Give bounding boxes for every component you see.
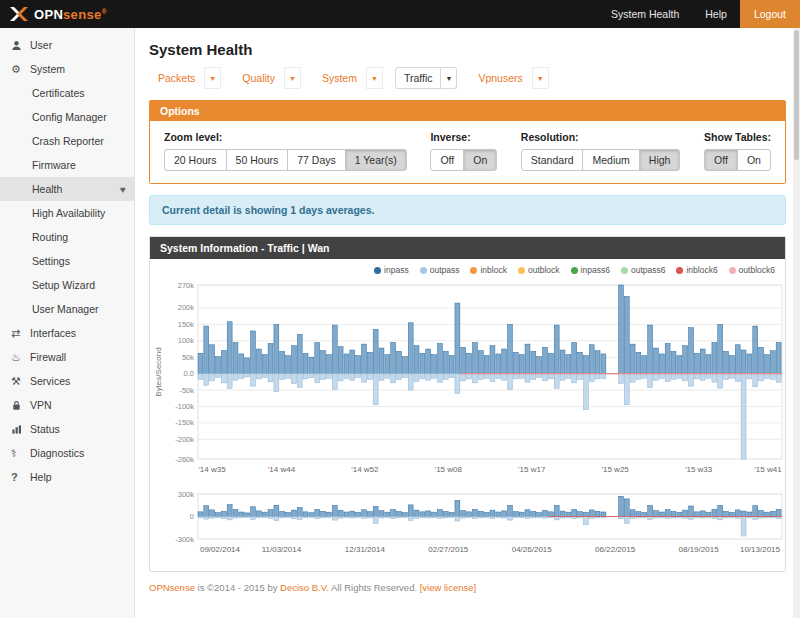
traffic-main-chart: 270k200k150k100k50k0.0-50k-100k-150k-200…	[150, 277, 786, 487]
logout-button[interactable]: Logout	[740, 0, 800, 28]
sidebar-item-setup-wizard[interactable]: Setup Wizard	[0, 273, 134, 297]
svg-text:02/27/2015: 02/27/2015	[428, 545, 469, 554]
legend-label: outpass	[430, 265, 460, 275]
sidebar-item-label: High Availability	[32, 207, 105, 219]
tab-quality-chevron-down-icon[interactable]: ▼	[284, 67, 301, 89]
legend-label: inblock6	[686, 265, 717, 275]
legend-label: inpass	[384, 265, 409, 275]
tab-packets-chevron-down-icon[interactable]: ▼	[204, 67, 221, 89]
zoom-level-77-days-button[interactable]: 77 Days	[287, 149, 346, 171]
tab-vpnusers-chevron-down-icon[interactable]: ▼	[532, 67, 549, 89]
sidebar-item-firmware[interactable]: Firmware	[0, 153, 134, 177]
legend-outpass6[interactable]: outpass6	[621, 265, 666, 275]
sidebar-item-user[interactable]: User	[0, 33, 134, 57]
zoom-level-50-hours-button[interactable]: 50 Hours	[226, 149, 289, 171]
sidebar-item-label: Status	[30, 423, 60, 435]
user-icon	[11, 40, 30, 51]
tab-packets[interactable]: Packets	[149, 67, 204, 89]
sidebar-item-label: Health	[32, 183, 62, 195]
sidebar-item-interfaces[interactable]: ⇄Interfaces	[0, 321, 134, 345]
tab-traffic-chevron-down-icon[interactable]: ▼	[441, 67, 457, 89]
sidebar-item-label: Firmware	[32, 159, 76, 171]
sidebar-item-crash-reporter[interactable]: Crash Reporter	[0, 129, 134, 153]
svg-text:0: 0	[190, 512, 194, 521]
option-group-zoom-level: Zoom level:20 Hours50 Hours77 Days1 Year…	[164, 131, 407, 171]
sidebar-item-label: Crash Reporter	[32, 135, 104, 147]
sidebar-item-routing[interactable]: Routing	[0, 225, 134, 249]
svg-text:150k: 150k	[178, 320, 195, 329]
inverse-off-button[interactable]: Off	[430, 149, 464, 171]
svg-text:12/31/2014: 12/31/2014	[345, 545, 386, 554]
outpass-swatch-icon	[420, 267, 427, 274]
sidebar-item-user-manager[interactable]: User Manager	[0, 297, 134, 321]
sidebar-item-label: Config Manager	[32, 111, 107, 123]
inpass-swatch-icon	[374, 267, 381, 274]
svg-text:'15 w17: '15 w17	[518, 465, 546, 474]
svg-text:'14 w35: '14 w35	[198, 465, 226, 474]
legend-outpass[interactable]: outpass	[420, 265, 460, 275]
tab-traffic[interactable]: Traffic	[395, 67, 442, 89]
resolution-standard-button[interactable]: Standard	[521, 149, 584, 171]
tab-system[interactable]: System	[313, 67, 366, 89]
options-panel: Options Zoom level:20 Hours50 Hours77 Da…	[149, 100, 786, 184]
tab-quality[interactable]: Quality	[233, 67, 284, 89]
svg-text:-300k: -300k	[175, 535, 194, 544]
inverse-on-button[interactable]: On	[463, 149, 497, 171]
sidebar-item-high-availability[interactable]: High Availability	[0, 201, 134, 225]
svg-text:'15 w41: '15 w41	[754, 465, 782, 474]
sidebar-item-vpn[interactable]: VPN	[0, 393, 134, 417]
footer-brand-link[interactable]: OPNsense	[149, 582, 195, 593]
resolution-medium-button[interactable]: Medium	[582, 149, 639, 171]
tab-vpnusers[interactable]: Vpnusers	[469, 67, 531, 89]
traffic-overview-chart: 300k0-300k09/02/201411/03/201412/31/2014…	[150, 489, 786, 565]
services-icon: ⚒	[11, 376, 30, 387]
page-title: System Health	[149, 41, 786, 58]
legend-outblock6[interactable]: outblock6	[729, 265, 775, 275]
legend-inpass[interactable]: inpass	[374, 265, 409, 275]
chart-body: inpassoutpassinblockoutblockinpass6outpa…	[150, 259, 785, 571]
page-scrollbar[interactable]	[793, 28, 800, 618]
sidebar-item-services[interactable]: ⚒Services	[0, 369, 134, 393]
zoom-level-1-year-s-button[interactable]: 1 Year(s)	[345, 149, 407, 171]
show-tables-on-button[interactable]: On	[737, 149, 771, 171]
svg-text:'15 w08: '15 w08	[435, 465, 463, 474]
heartbeat-icon: ♥	[120, 184, 126, 195]
resolution-high-button[interactable]: High	[639, 149, 681, 171]
topbar-system-health-link[interactable]: System Health	[598, 0, 692, 28]
sidebar-item-label: Services	[30, 375, 70, 387]
main-content: System Health Packets▼Quality▼System▼Tra…	[135, 28, 800, 618]
svg-text:'15 w33: '15 w33	[685, 465, 713, 474]
diagnostics-icon: ⚕	[11, 448, 30, 459]
topbar-help-link[interactable]: Help	[692, 0, 740, 28]
tab-group-packets: Packets▼	[149, 67, 221, 89]
scrollbar-thumb[interactable]	[794, 30, 799, 160]
show-tables-off-button[interactable]: Off	[704, 149, 738, 171]
zoom-level-20-hours-button[interactable]: 20 Hours	[164, 149, 227, 171]
footer-company-link[interactable]: Deciso B.V.	[280, 582, 329, 593]
svg-text:50k: 50k	[182, 353, 194, 362]
tab-system-chevron-down-icon[interactable]: ▼	[366, 67, 383, 89]
footer-license-link[interactable]: [view license]	[420, 582, 477, 593]
sidebar-item-diagnostics[interactable]: ⚕Diagnostics	[0, 441, 134, 465]
svg-text:11/03/2014: 11/03/2014	[262, 545, 302, 554]
sidebar-item-label: System	[30, 63, 65, 75]
legend-inblock6[interactable]: inblock6	[676, 265, 717, 275]
sidebar-item-health[interactable]: Health♥	[0, 177, 134, 201]
inblock-swatch-icon	[470, 267, 477, 274]
traffic-panel: System Information - Traffic | Wan inpas…	[149, 236, 786, 572]
opnsense-logo: OPNsense®	[10, 7, 107, 22]
sidebar-item-label: Diagnostics	[30, 447, 84, 459]
sidebar-item-firewall[interactable]: ♨Firewall	[0, 345, 134, 369]
legend-inpass6[interactable]: inpass6	[571, 265, 610, 275]
sidebar-item-config-manager[interactable]: Config Manager	[0, 105, 134, 129]
legend-inblock[interactable]: inblock	[470, 265, 506, 275]
sidebar-item-settings[interactable]: Settings	[0, 249, 134, 273]
sidebar-item-help[interactable]: ?Help	[0, 465, 134, 489]
sidebar-item-status[interactable]: Status	[0, 417, 134, 441]
svg-text:10/13/2015: 10/13/2015	[740, 545, 781, 554]
legend-outblock[interactable]: outblock	[518, 265, 560, 275]
svg-text:-150k: -150k	[175, 418, 194, 427]
sidebar-item-certificates[interactable]: Certificates	[0, 81, 134, 105]
sidebar-item-system[interactable]: ⚙System	[0, 57, 134, 81]
info-alert: Current detail is showing 1 days average…	[149, 195, 786, 225]
